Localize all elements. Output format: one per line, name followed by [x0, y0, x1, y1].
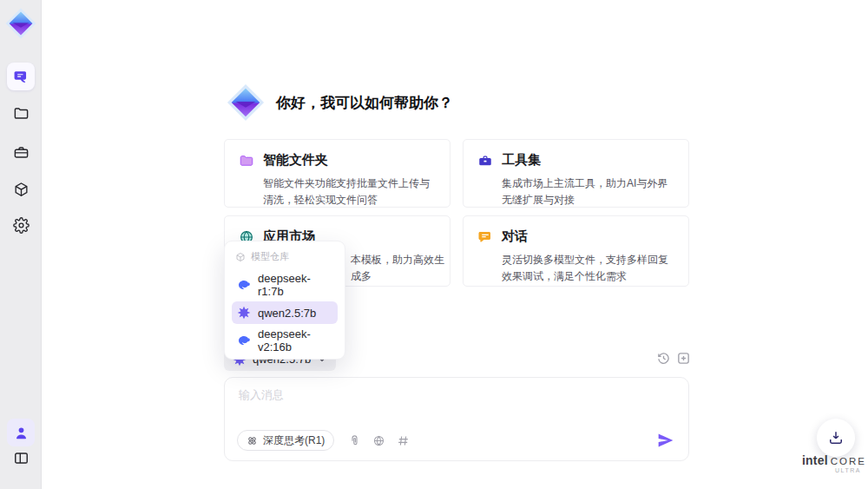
cube-icon — [13, 182, 30, 198]
model-dropdown-menu: 模型仓库 deepseek-r1:7b qwen2.5:7b deepseek-… — [224, 241, 345, 360]
chat-bubble-icon — [13, 69, 30, 85]
card-title: 对话 — [502, 228, 528, 245]
paperclip-icon[interactable] — [348, 434, 361, 447]
deep-think-toggle[interactable]: 深度思考(R1) — [237, 430, 334, 451]
composer-toolbar: 深度思考(R1) — [237, 430, 674, 451]
model-option-deepseek-v2[interactable]: deepseek-v2:16b — [232, 329, 338, 352]
deepseek-whale-icon — [237, 334, 251, 347]
card-smart-folder[interactable]: 智能文件夹 智能文件夹功能支持批量文件上传与清洗，轻松实现文件问答 — [224, 139, 450, 208]
card-conversation[interactable]: 对话 灵活切换多模型文件，支持多样回复效果调试，满足个性化需求 — [463, 215, 689, 287]
download-icon — [827, 429, 845, 446]
briefcase-indigo-icon — [477, 153, 493, 169]
history-icon[interactable] — [656, 351, 671, 366]
briefcase-icon — [13, 144, 30, 161]
chat-amber-icon — [477, 229, 493, 245]
atom-icon — [247, 435, 258, 446]
deep-think-label: 深度思考(R1) — [263, 433, 325, 448]
sidebar — [0, 0, 42, 489]
model-option-label: deepseek-r1:7b — [258, 272, 332, 298]
hash-grid-icon[interactable] — [397, 434, 410, 447]
intel-core-text: core — [831, 456, 866, 466]
intel-brand-text: intel — [802, 453, 828, 467]
card-description: 本模板，助力高效生成多 — [351, 252, 446, 284]
sidebar-item-folders[interactable] — [7, 99, 35, 127]
app-logo-icon — [4, 6, 37, 41]
model-option-qwen[interactable]: qwen2.5:7b — [232, 301, 338, 324]
card-toolset[interactable]: 工具集 集成市场上主流工具，助力AI与外界无缝扩展与对接 — [463, 139, 689, 208]
model-option-deepseek-r1[interactable]: deepseek-r1:7b — [232, 274, 338, 296]
globe-icon[interactable] — [372, 434, 385, 447]
sidebar-item-models[interactable] — [7, 175, 35, 203]
sidebar-item-settings[interactable] — [7, 211, 35, 239]
model-option-label: qwen2.5:7b — [258, 307, 316, 320]
greeting-text: 你好，我可以如何帮助你？ — [276, 93, 453, 113]
intel-tier-text: ultra — [806, 467, 861, 473]
composer-placeholder: 输入消息 — [239, 387, 284, 403]
model-option-label: deepseek-v2:16b — [258, 327, 332, 354]
qwen-star-icon — [237, 306, 251, 320]
app-window: 你好，我可以如何帮助你？ 智能文件夹 智能文件夹功能支持批量文件上传与清洗，轻松… — [0, 0, 868, 489]
card-description: 智能文件夹功能支持批量文件上传与清洗，轻松实现文件问答 — [239, 175, 436, 208]
user-icon — [13, 425, 30, 441]
card-description: 集成市场上主流工具，助力AI与外界无缝扩展与对接 — [477, 175, 674, 208]
card-description: 灵活切换多模型文件，支持多样回复效果调试，满足个性化需求 — [477, 252, 674, 284]
send-icon[interactable] — [657, 432, 674, 449]
deepseek-whale-icon — [237, 278, 251, 292]
repository-cube-icon — [235, 252, 246, 262]
intel-core-badge: intel core ultra — [806, 453, 863, 473]
greeting-logo-icon — [226, 82, 266, 123]
model-dropdown-header-label: 模型仓库 — [251, 250, 289, 263]
sidebar-item-profile[interactable] — [7, 419, 35, 446]
message-composer[interactable]: 输入消息 深度思考(R1) — [224, 377, 689, 461]
side-panel-icon — [13, 450, 30, 466]
card-title: 智能文件夹 — [263, 152, 328, 169]
new-chat-icon[interactable] — [676, 351, 691, 366]
sidebar-item-panel-toggle[interactable] — [7, 444, 35, 472]
sidebar-item-chat[interactable] — [7, 63, 35, 90]
sidebar-item-toolbox[interactable] — [7, 138, 35, 166]
folder-icon — [13, 105, 30, 122]
card-title: 工具集 — [502, 152, 541, 169]
download-button[interactable] — [817, 419, 855, 457]
folder-purple-icon — [239, 153, 254, 169]
gear-icon — [13, 217, 30, 234]
model-dropdown-header: 模型仓库 — [232, 248, 338, 268]
